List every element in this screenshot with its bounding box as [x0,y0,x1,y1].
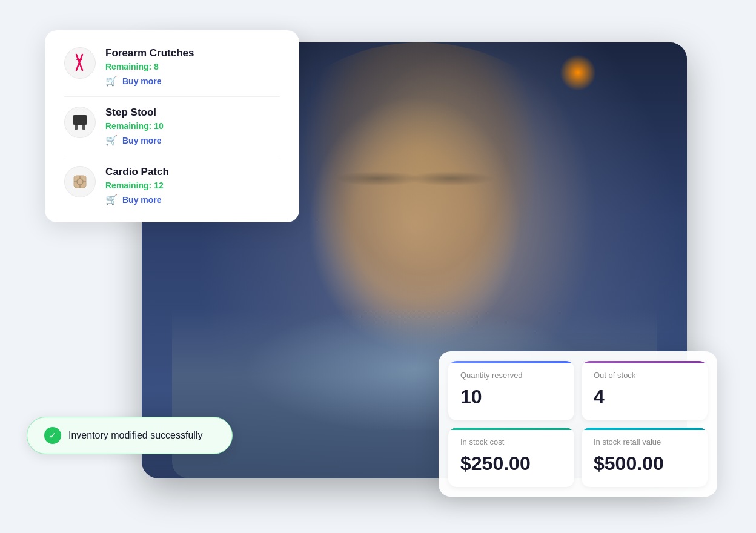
stat-value: $250.00 [460,452,562,475]
stat-value: $500.00 [594,452,695,475]
success-icon: ✓ [44,427,61,444]
stat-value: 4 [594,386,695,408]
stat-label: Out of stock [594,371,695,380]
main-scene: Forearm Crutches Remaining: 8 🛒 Buy more… [45,18,711,515]
stat-value: 10 [460,386,562,408]
item-name: Cardio Patch [105,166,280,178]
list-item: Forearm Crutches Remaining: 8 🛒 Buy more [64,47,280,97]
cart-icon: 🛒 [105,75,118,87]
svg-rect-5 [82,125,85,130]
stat-label: In stock retail value [594,437,695,446]
item-details-stool: Step Stool Remaining: 10 🛒 Buy more [105,107,280,146]
stat-card-in-stock-cost: In stock cost $250.00 [448,428,574,487]
buy-more-button[interactable]: 🛒 Buy more [105,75,280,87]
item-remaining: Remaining: 8 [105,62,280,71]
list-item: Step Stool Remaining: 10 🛒 Buy more [64,97,280,156]
stats-panel: Quantity reserved 10 Out of stock 4 In s… [439,351,717,497]
stat-card-out-of-stock: Out of stock 4 [582,361,708,420]
stat-card-retail-value: In stock retail value $500.00 [582,428,708,487]
buy-more-button[interactable]: 🛒 Buy more [105,134,280,146]
buy-more-label: Buy more [122,195,162,205]
stat-label: In stock cost [460,437,562,446]
cart-icon: 🛒 [105,194,118,205]
item-icon-patch [64,166,96,197]
item-name: Step Stool [105,107,280,119]
item-name: Forearm Crutches [105,47,280,59]
item-details-patch: Cardio Patch Remaining: 12 🛒 Buy more [105,166,280,205]
stat-label: Quantity reserved [460,371,562,380]
item-remaining: Remaining: 10 [105,121,280,131]
cart-icon: 🛒 [105,134,118,146]
buy-more-label: Buy more [122,136,162,145]
item-remaining: Remaining: 12 [105,180,280,190]
item-icon-stool [64,107,96,138]
svg-rect-3 [73,115,87,125]
list-item: Cardio Patch Remaining: 12 🛒 Buy more [64,156,280,205]
stat-card-quantity-reserved: Quantity reserved 10 [448,361,574,420]
person-glasses [323,164,505,194]
svg-rect-4 [75,125,78,130]
buy-more-button[interactable]: 🛒 Buy more [105,194,280,205]
buy-more-label: Buy more [122,76,162,86]
item-details-crutches: Forearm Crutches Remaining: 8 🛒 Buy more [105,47,280,87]
item-icon-crutches [64,47,96,79]
orange-light [560,55,596,91]
success-toast: ✓ Inventory modified successfully [27,417,233,454]
toast-message: Inventory modified successfully [68,430,202,441]
inventory-card: Forearm Crutches Remaining: 8 🛒 Buy more… [45,30,299,222]
